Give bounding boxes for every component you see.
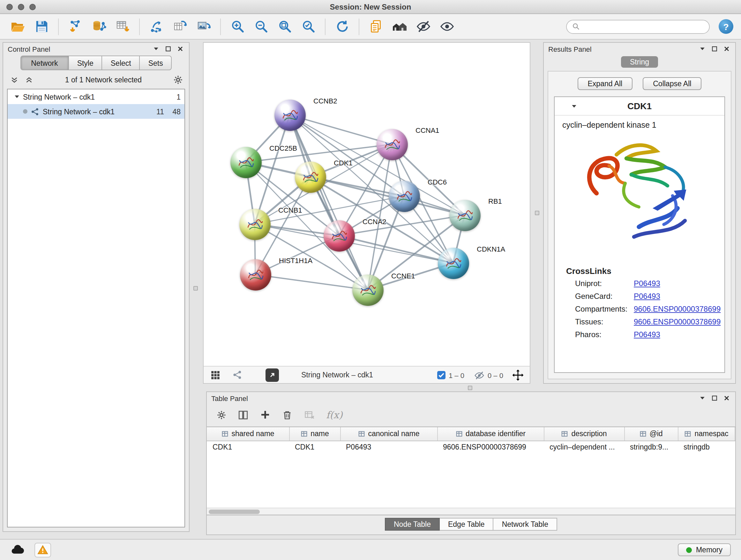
copy-document-icon[interactable] [366, 16, 386, 37]
export-image-icon[interactable] [193, 16, 214, 37]
network-node-CDC6[interactable] [388, 180, 420, 212]
network-node-CDKN1A[interactable] [437, 247, 469, 279]
scrollbar-thumb[interactable] [209, 509, 260, 514]
zoom-in-icon[interactable] [227, 16, 248, 37]
import-table-file-icon[interactable] [112, 16, 133, 37]
column-header-namespac[interactable]: namespac [678, 427, 735, 441]
horizontal-scrollbar[interactable] [207, 508, 735, 515]
network-overview-icon[interactable] [232, 370, 243, 380]
network-node-CCNB1[interactable] [239, 208, 270, 240]
tab-style[interactable]: Style [69, 56, 103, 70]
expand-all-button[interactable]: Expand All [578, 77, 633, 90]
collapse-all-networks-icon[interactable] [23, 74, 35, 85]
function-builder-icon[interactable]: f(x) [326, 409, 342, 421]
column-header-canonical-name[interactable]: canonical name [340, 427, 437, 441]
collapse-panel-icon[interactable] [697, 44, 706, 53]
network-node-RB1[interactable] [449, 199, 480, 231]
close-panel-icon[interactable] [722, 44, 731, 53]
network-node-CDK1[interactable] [294, 161, 326, 192]
grid-view-icon[interactable] [210, 370, 221, 381]
column-header--id[interactable]: @id [624, 427, 678, 441]
tab-select[interactable]: Select [103, 56, 140, 70]
refresh-icon[interactable] [332, 16, 352, 37]
column-header-name[interactable]: name [289, 427, 340, 441]
crosslink-link[interactable]: 9606.ENSP00000378699 [634, 305, 721, 314]
table-cell[interactable]: CDK1 [207, 441, 289, 453]
minimize-window-button[interactable] [18, 4, 24, 10]
collapse-panel-icon[interactable] [151, 44, 160, 53]
table-cell[interactable]: stringdb [678, 441, 735, 453]
tab-sets[interactable]: Sets [140, 56, 172, 70]
open-session-icon[interactable] [8, 16, 28, 37]
left-splitter-handle[interactable] [193, 286, 198, 291]
network-node-CCNA2[interactable] [323, 220, 354, 251]
help-button[interactable]: ? [719, 19, 733, 34]
homes-icon[interactable] [389, 16, 410, 37]
crosslink-link[interactable]: P06493 [634, 330, 660, 339]
zoom-fit-icon[interactable] [274, 16, 295, 37]
right-splitter-handle[interactable] [535, 211, 539, 215]
table-cell[interactable]: P06493 [340, 441, 437, 453]
table-row[interactable]: CDK1CDK1P064939606.ENSP00000378699cyclin… [207, 441, 735, 453]
close-panel-icon[interactable] [176, 44, 185, 53]
delete-column-icon[interactable] [281, 409, 293, 421]
network-node-HIST1H1A[interactable] [240, 259, 271, 290]
table-settings-gear-icon[interactable] [216, 410, 226, 420]
import-network-file-icon[interactable] [65, 16, 85, 37]
crosslink-link[interactable]: 9606.ENSP00000378699 [634, 317, 721, 326]
warning-icon[interactable] [35, 543, 51, 557]
hidden-eye-icon[interactable] [474, 370, 484, 380]
clone-network-icon[interactable] [170, 16, 190, 37]
network-node-CCNE1[interactable] [352, 274, 383, 306]
add-column-icon[interactable] [260, 409, 271, 420]
table-cell[interactable]: CDK1 [289, 441, 340, 453]
selected-checkbox[interactable] [437, 371, 446, 379]
memory-button[interactable]: Memory [678, 543, 731, 556]
show-columns-icon[interactable] [238, 409, 249, 421]
zoom-window-button[interactable] [29, 4, 36, 10]
column-header-description[interactable]: description [544, 427, 624, 441]
table-cell[interactable]: stringdb:9... [624, 441, 678, 453]
float-panel-icon[interactable] [163, 44, 172, 53]
float-panel-icon[interactable] [710, 44, 719, 53]
fit-content-crosshair-icon[interactable] [512, 369, 524, 381]
cloud-icon[interactable] [10, 542, 25, 557]
table-cell[interactable]: cyclin–dependent ... [544, 441, 624, 453]
bottom-splitter-handle[interactable] [468, 386, 472, 390]
tab-network[interactable]: Network [20, 56, 69, 70]
network-canvas[interactable]: CCNB2CCNA1CDC25BCDK1CDC6RB1CCNB1CCNA2CDK… [204, 43, 530, 366]
save-session-icon[interactable] [31, 16, 52, 37]
tab-network-table[interactable]: Network Table [494, 518, 557, 531]
tab-edge-table[interactable]: Edge Table [440, 518, 494, 531]
network-node-CCNA1[interactable] [376, 129, 408, 160]
import-network-database-icon[interactable] [89, 16, 109, 37]
crosslink-link[interactable]: P06493 [634, 279, 660, 288]
network-tree-item[interactable]: String Network – cdk11148 [8, 104, 185, 119]
expand-all-networks-icon[interactable] [8, 74, 20, 85]
new-network-from-selection-icon[interactable] [146, 16, 166, 37]
tab-node-table[interactable]: Node Table [385, 518, 440, 531]
column-header-database-identifier[interactable]: database identifier [437, 427, 544, 441]
network-node-CCNB2[interactable] [274, 99, 306, 131]
crosslink-link[interactable]: P06493 [634, 292, 660, 301]
search-input[interactable] [583, 23, 704, 30]
network-tree-item[interactable]: String Network – cdk11 [8, 89, 185, 104]
collapse-section-icon[interactable] [571, 104, 577, 109]
table-cell[interactable]: 9606.ENSP00000378699 [437, 441, 544, 453]
protein-card-header[interactable]: CDK1 [555, 97, 724, 116]
open-in-new-icon[interactable] [266, 368, 279, 382]
hide-selected-icon[interactable] [413, 16, 433, 37]
zoom-selected-icon[interactable] [298, 16, 319, 37]
show-all-icon[interactable] [436, 16, 457, 37]
expand-collapse-icon[interactable] [14, 94, 20, 100]
close-panel-icon[interactable] [722, 394, 731, 402]
collapse-all-button[interactable]: Collapse All [643, 77, 701, 90]
float-panel-icon[interactable] [710, 394, 719, 402]
network-options-gear-icon[interactable] [172, 74, 184, 85]
network-node-CDC25B[interactable] [230, 146, 261, 178]
tab-string[interactable]: String [621, 56, 658, 68]
column-header-shared-name[interactable]: shared name [207, 427, 289, 441]
zoom-out-icon[interactable] [251, 16, 271, 37]
close-window-button[interactable] [6, 4, 13, 10]
collapse-panel-icon[interactable] [697, 394, 706, 402]
